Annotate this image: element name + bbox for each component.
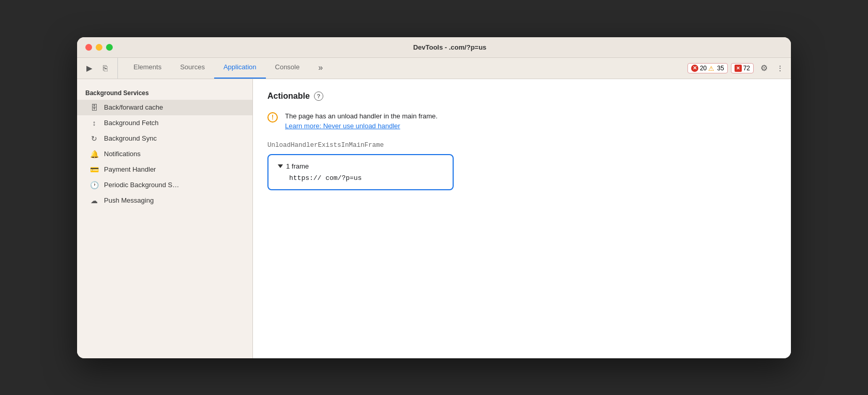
help-icon[interactable]: ? xyxy=(314,92,323,101)
traffic-lights xyxy=(85,44,113,51)
frame-header: 1 frame xyxy=(278,162,443,170)
error-badge2[interactable]: ✕ 72 xyxy=(731,63,754,73)
tab-bar: Elements Sources Application Console » xyxy=(124,58,687,79)
cloud-icon: ☁ xyxy=(89,196,99,205)
warning-text: The page has an unload handler in the ma… xyxy=(285,111,438,131)
sidebar-item-notifications[interactable]: 🔔 Notifications xyxy=(77,146,252,162)
database-icon: 🗄 xyxy=(89,103,99,112)
warning-icon: ⚠ xyxy=(708,65,715,72)
clock-icon: 🕐 xyxy=(89,181,99,189)
window-title: DevTools - .com/?p=us xyxy=(117,43,783,51)
main-content: Background Services 🗄 Back/forward cache… xyxy=(77,79,791,358)
sidebar-item-label: Back/forward cache xyxy=(104,103,163,111)
warning-link[interactable]: Learn more: Never use unload handler xyxy=(285,122,400,130)
tab-elements[interactable]: Elements xyxy=(124,58,171,79)
warning-count: 35 xyxy=(717,65,724,72)
cursor-icon[interactable]: ▶ xyxy=(83,62,96,74)
error-sq-icon: ✕ xyxy=(735,65,742,72)
sidebar-item-label: Payment Handler xyxy=(104,165,156,173)
sidebar-item-payment-handler[interactable]: 💳 Payment Handler xyxy=(77,162,252,177)
item-key: UnloadHandlerExistsInMainFrame xyxy=(267,142,776,149)
warning-message: The page has an unload handler in the ma… xyxy=(285,112,438,120)
warning-item: ! The page has an unload handler in the … xyxy=(267,111,776,131)
error2-count: 72 xyxy=(743,65,750,72)
settings-button[interactable]: ⚙ xyxy=(757,61,771,75)
error-warning-badge[interactable]: ✕ 20 ⚠ 35 xyxy=(687,63,728,73)
sidebar-item-backforward-cache[interactable]: 🗄 Back/forward cache xyxy=(77,100,252,115)
sidebar-item-label: Background Fetch xyxy=(104,119,159,127)
bell-icon: 🔔 xyxy=(89,150,99,158)
sidebar-item-periodic-background[interactable]: 🕐 Periodic Background S… xyxy=(77,177,252,193)
devtools-window: DevTools - .com/?p=us ▶ ⎘ Elements Sourc… xyxy=(77,37,791,358)
error-icon: ✕ xyxy=(691,65,698,72)
warning-circle-icon: ! xyxy=(267,112,278,123)
titlebar: DevTools - .com/?p=us xyxy=(77,37,791,58)
sync-icon: ↻ xyxy=(89,134,99,143)
sidebar-item-label: Background Sync xyxy=(104,134,157,142)
sidebar-section-background-services: Background Services xyxy=(77,85,252,100)
toolbar: ▶ ⎘ Elements Sources Application Console… xyxy=(77,58,791,79)
maximize-button[interactable] xyxy=(106,44,113,51)
minimize-button[interactable] xyxy=(96,44,102,51)
sidebar-item-label: Push Messaging xyxy=(104,196,154,204)
toolbar-right: ✕ 20 ⚠ 35 ✕ 72 ⚙ ⋮ xyxy=(687,58,785,79)
frame-url: https:// com/?p=us xyxy=(278,174,443,182)
sidebar: Background Services 🗄 Back/forward cache… xyxy=(77,79,253,358)
more-options-button[interactable]: ⋮ xyxy=(774,61,785,75)
creditcard-icon: 💳 xyxy=(89,165,99,174)
sidebar-item-label: Periodic Background S… xyxy=(104,181,179,189)
warning-icon-wrap: ! xyxy=(267,112,278,131)
sidebar-item-label: Notifications xyxy=(104,150,141,158)
close-button[interactable] xyxy=(85,44,92,51)
error-count: 20 xyxy=(700,65,707,72)
arrows-updown-icon: ↕ xyxy=(89,119,99,127)
inspect-icon[interactable]: ⎘ xyxy=(99,62,111,74)
toolbar-icon-group: ▶ ⎘ xyxy=(83,58,118,79)
panel-title-text: Actionable xyxy=(267,92,310,101)
sidebar-item-background-fetch[interactable]: ↕ Background Fetch xyxy=(77,115,252,131)
tab-sources[interactable]: Sources xyxy=(171,58,214,79)
panel: Actionable ? ! The page has an unload ha… xyxy=(253,79,791,358)
sidebar-item-background-sync[interactable]: ↻ Background Sync xyxy=(77,131,252,146)
frame-count: 1 frame xyxy=(286,162,309,170)
panel-title: Actionable ? xyxy=(267,92,776,101)
frame-box[interactable]: 1 frame https:// com/?p=us xyxy=(267,154,454,190)
more-tabs-button[interactable]: » xyxy=(309,58,332,79)
sidebar-item-push-messaging[interactable]: ☁ Push Messaging xyxy=(77,193,252,208)
tab-console[interactable]: Console xyxy=(266,58,309,79)
tab-application[interactable]: Application xyxy=(214,58,266,79)
expand-icon xyxy=(278,164,283,168)
